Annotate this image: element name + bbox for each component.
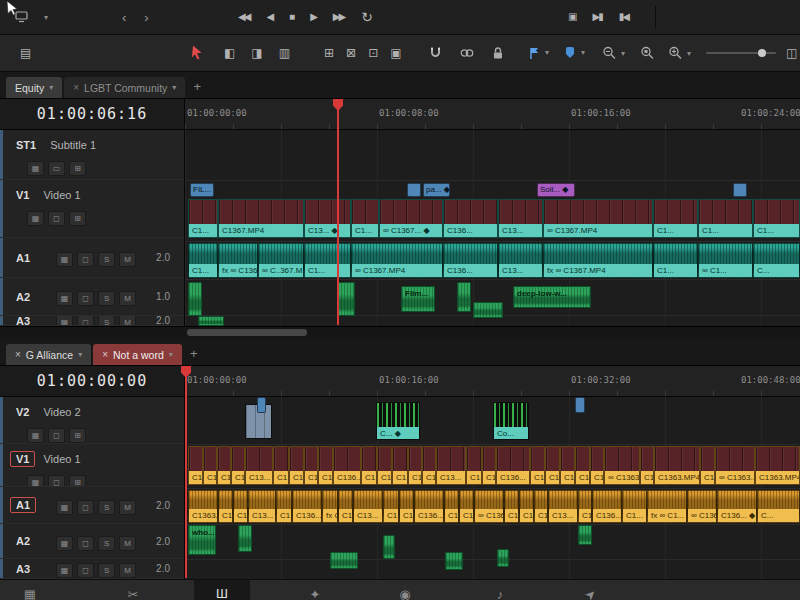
track-control-icon[interactable]: M xyxy=(119,536,136,551)
zoom-in-button[interactable]: ▾ xyxy=(668,46,691,61)
page-media[interactable]: ▦ xyxy=(2,580,58,600)
blade-edit-mode-button[interactable]: ▥ xyxy=(279,47,290,59)
track-control-icon[interactable]: M xyxy=(119,291,136,306)
timeline-clip[interactable]: C136... xyxy=(292,490,322,523)
timeline-clip[interactable]: C1... xyxy=(519,490,534,523)
timeline-clip[interactable]: C136... ◆ xyxy=(717,490,757,523)
timeline-clip[interactable]: C13... ◆ xyxy=(304,199,351,238)
track-control-icon[interactable]: M xyxy=(119,563,136,578)
zoom-out-button[interactable]: ▾ xyxy=(602,46,625,61)
timeline-clip[interactable]: C1... xyxy=(482,446,496,485)
track-control-icon[interactable]: ◻ xyxy=(48,428,65,443)
track-control-icon[interactable]: ▦ xyxy=(27,475,44,487)
chevron-down-icon[interactable]: ▾ xyxy=(169,350,173,359)
timeline-clip[interactable]: C1... xyxy=(534,490,548,523)
timeline-clip[interactable]: deep-low-w... xyxy=(513,286,591,308)
timeline-clip[interactable] xyxy=(198,316,224,326)
timeline-clip[interactable]: C1... xyxy=(444,490,459,523)
timeline-options-icon[interactable]: ▤ xyxy=(20,47,31,59)
track-control-icon[interactable]: ◻ xyxy=(77,500,94,515)
page-fairlight[interactable]: ♪ xyxy=(472,580,528,600)
timeline-clip[interactable]: C1... xyxy=(530,446,545,485)
timeline-clip[interactable]: C13... xyxy=(353,490,383,523)
track-header[interactable]: A2 ▦◻SM 1.0 ▦◻SM xyxy=(0,278,184,316)
track-header[interactable]: A3 ▦◻SM 2.0 ▦◻SM xyxy=(0,559,184,579)
track-header[interactable]: A2 ▦◻SM 2.0 ▦◻SM xyxy=(0,524,184,559)
timeline-clip[interactable] xyxy=(337,282,355,316)
track-id[interactable]: V1 xyxy=(10,187,35,203)
timeline-clip[interactable]: C1... xyxy=(233,490,248,523)
timeline-clip[interactable]: C1... xyxy=(640,446,654,485)
timeline-clip[interactable]: C1... xyxy=(653,243,698,278)
track-control-icon[interactable]: ◻ xyxy=(77,563,94,578)
track-control-icon[interactable]: ▭ xyxy=(48,161,65,176)
timeline-clip[interactable]: ∞ C1367.MP4 xyxy=(543,199,653,238)
timeline-clips-area[interactable]: C... ◆ Co... C1... C1... xyxy=(185,397,800,579)
track-control-icon[interactable]: ⊞ xyxy=(69,475,86,487)
timeline-clip[interactable]: fx C1... xyxy=(322,490,338,523)
track-control-icon[interactable]: ⊞ xyxy=(69,161,86,176)
timeline-clip[interactable]: fx ∞ C1367... xyxy=(218,243,258,278)
timeline-clip[interactable]: ∞ C1... xyxy=(698,243,753,278)
rewind-button[interactable]: ◀◀ xyxy=(238,12,251,22)
timeline-clip[interactable]: C... xyxy=(753,243,800,278)
Subtitle 1[interactable]: ST1 Subtitle 1 ▦▭⊞ ▦▭⊞ xyxy=(0,130,184,180)
match-frame-button[interactable]: ▣ xyxy=(568,12,577,22)
timeline-clip[interactable]: Film... xyxy=(401,286,435,312)
timeline-clip[interactable]: C1... xyxy=(203,446,217,485)
zoom-fit-button[interactable] xyxy=(640,46,655,61)
timeline-clip[interactable]: ∞ C1363... xyxy=(604,446,640,485)
timeline-clip[interactable]: C136... xyxy=(443,199,498,238)
timeline-clip[interactable]: C13... xyxy=(498,243,543,278)
chevron-down-icon[interactable]: ▾ xyxy=(621,49,625,57)
timeline-clip[interactable] xyxy=(575,397,585,413)
timeline-clip[interactable]: C1... xyxy=(338,490,353,523)
timeline-clip[interactable]: Soll... ◆ xyxy=(537,183,575,197)
track-control-icon[interactable]: ◻ xyxy=(77,252,94,267)
timeline-clip[interactable]: C136... xyxy=(496,446,530,485)
timeline-clip[interactable]: C1... xyxy=(289,446,304,485)
play-button[interactable]: ▶ xyxy=(310,12,318,22)
Video 2[interactable]: V2 Video 2 ▦◻⊞ ▦◻⊞ xyxy=(0,397,184,444)
flag-button[interactable]: ▾ xyxy=(527,46,549,60)
fit-to-fill-button[interactable]: ▣ xyxy=(390,47,401,59)
timeline-clip[interactable]: C136... xyxy=(592,490,622,523)
timeline-clip[interactable] xyxy=(188,282,202,316)
linked-selection-icon[interactable] xyxy=(459,46,475,61)
timeline-clip[interactable]: ∞ C136... xyxy=(474,490,504,523)
timeline-clip[interactable]: C1363... xyxy=(188,490,218,523)
timeline-clip[interactable]: C1... xyxy=(188,243,218,278)
timeline-clip[interactable]: C13... xyxy=(245,446,273,485)
timeline-clip[interactable]: pa... ◆ xyxy=(423,183,450,197)
insert-clip-button[interactable]: ⊞ xyxy=(324,47,334,59)
timeline-clips-area[interactable]: FIL... pa... ◆ Soll... ◆ xyxy=(185,130,800,326)
nav-back-button[interactable]: ‹ xyxy=(122,10,126,25)
timeline-clip[interactable]: C1... xyxy=(622,490,647,523)
track-header[interactable]: A1 ▦◻SM 2.0 ▦◻SM xyxy=(0,487,184,524)
playhead[interactable] xyxy=(337,99,339,325)
timeline-tab[interactable]: × LGBT Community ▾ xyxy=(64,77,185,98)
marker-button[interactable]: ▾ xyxy=(563,46,585,60)
timeline-clip[interactable]: C... ◆ xyxy=(376,402,420,440)
previous-edit-button[interactable]: ▮◀ xyxy=(619,12,630,22)
add-timeline-tab-button[interactable]: + xyxy=(184,346,204,361)
fast-forward-button[interactable]: ▶▶ xyxy=(333,12,346,22)
track-control-icon[interactable]: S xyxy=(98,252,115,267)
timeline-clip[interactable]: C13... xyxy=(498,199,543,238)
track-control-icon[interactable]: ▦ xyxy=(56,252,73,267)
scrollbar-thumb[interactable] xyxy=(187,329,307,336)
timeline-clip[interactable] xyxy=(407,183,421,197)
overwrite-clip-button[interactable]: ⊠ xyxy=(346,47,356,59)
timeline-ruler[interactable]: 01:00:00:0001:00:16:0001:00:32:0001:00:4… xyxy=(185,366,800,396)
chevron-down-icon[interactable]: ▾ xyxy=(44,13,48,22)
track-id[interactable]: ST1 xyxy=(10,137,42,153)
timeline-clip[interactable]: C1... xyxy=(466,446,482,485)
zoom-slider[interactable] xyxy=(706,52,776,54)
page-color[interactable]: ◉ xyxy=(377,580,433,600)
timeline-clip[interactable]: C1... xyxy=(698,199,753,238)
timeline-clip[interactable]: C1... xyxy=(361,446,377,485)
timeline-clip[interactable]: C1367.MP4 xyxy=(218,199,304,238)
chevron-down-icon[interactable]: ▾ xyxy=(545,49,549,57)
timeline-clip[interactable] xyxy=(383,535,395,559)
track-control-icon[interactable]: S xyxy=(98,500,115,515)
